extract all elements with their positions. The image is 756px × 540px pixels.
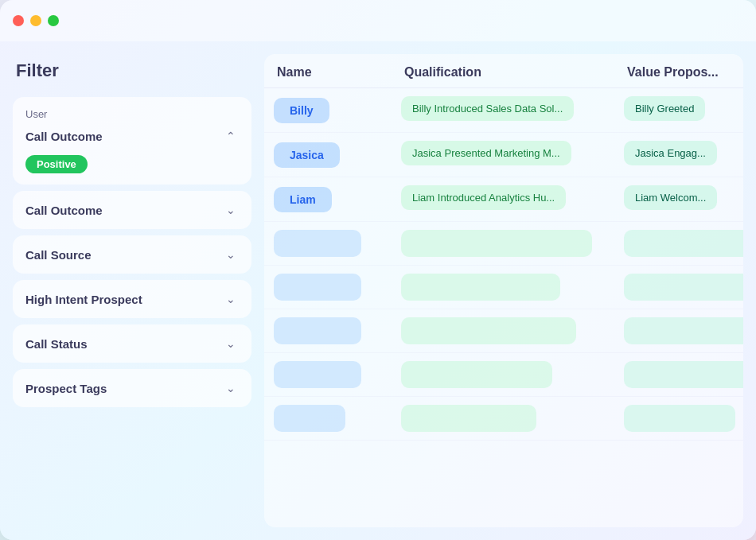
value-cell: Liam Welcom... [614, 185, 743, 213]
table-container: Name Qualification Value Propos... Billy… [264, 54, 743, 527]
sidebar-title: Filter [13, 54, 251, 91]
qual-value: Liam Introduced Analytics Hu... [401, 185, 566, 210]
minimize-dot[interactable] [30, 15, 41, 26]
qual-value: Jasica Presented Marketing M... [401, 141, 571, 165]
chevron-down-icon-3: ⌄ [223, 291, 239, 307]
call-outcome-label: Call Outcome [25, 204, 103, 217]
col-qual-header: Qualification [392, 65, 614, 80]
name-cell: Billy [264, 98, 392, 123]
chevron-down-icon: ⌄ [223, 202, 239, 218]
prospect-tags-label: Prospect Tags [25, 382, 107, 395]
chevron-down-icon-5: ⌄ [223, 380, 239, 396]
table-body: Billy Billy Introduced Sales Data Sol...… [264, 88, 743, 441]
qual-cell: Liam Introduced Analytics Hu... [392, 185, 614, 213]
title-bar [0, 0, 756, 41]
maximize-dot[interactable] [48, 15, 59, 26]
skeleton-row [264, 266, 743, 309]
qual-cell: Jasica Presented Marketing M... [392, 141, 614, 169]
name-value[interactable]: Billy [274, 98, 329, 123]
call-outcome-expanded-label: Call Outcome [25, 130, 103, 143]
high-intent-label: High Intent Prospect [25, 293, 142, 306]
skeleton-row [264, 353, 743, 397]
skeleton-row [264, 397, 743, 441]
name-value[interactable]: Liam [274, 187, 332, 212]
table-header: Name Qualification Value Propos... [264, 54, 743, 88]
app-window: Filter User Call Outcome ⌃ Positive Call… [0, 0, 756, 540]
call-status-label: Call Status [25, 337, 88, 351]
value-value: Jasica Engag... [624, 141, 717, 165]
value-value: Liam Welcom... [624, 185, 717, 210]
col-name-header: Name [264, 65, 392, 80]
skeleton-row [264, 222, 743, 266]
call-status-filter[interactable]: Call Status ⌄ [13, 324, 251, 363]
positive-tag[interactable]: Positive [25, 155, 88, 173]
call-source-label: Call Source [25, 248, 92, 262]
user-filter-section: User Call Outcome ⌃ Positive [13, 97, 251, 185]
chevron-up-icon: ⌃ [223, 128, 239, 144]
chevron-down-icon-2: ⌄ [223, 247, 239, 262]
main-content: Filter User Call Outcome ⌃ Positive Call… [0, 41, 756, 540]
high-intent-filter[interactable]: High Intent Prospect ⌄ [13, 280, 251, 318]
sidebar: Filter User Call Outcome ⌃ Positive Call… [13, 54, 251, 527]
user-filter-label: User [25, 108, 239, 120]
prospect-tags-filter[interactable]: Prospect Tags ⌄ [13, 369, 251, 407]
qual-value: Billy Introduced Sales Data Sol... [401, 96, 574, 121]
call-outcome-filter[interactable]: Call Outcome ⌄ [13, 191, 251, 229]
col-value-header: Value Propos... [614, 65, 743, 80]
value-cell: Billy Greeted [614, 96, 743, 124]
table-row: Jasica Jasica Presented Marketing M... J… [264, 133, 743, 177]
value-cell: Jasica Engag... [614, 141, 743, 169]
name-value[interactable]: Jasica [274, 142, 340, 168]
call-outcome-expanded-row[interactable]: Call Outcome ⌃ [25, 128, 239, 144]
name-cell: Liam [264, 187, 392, 212]
value-value: Billy Greeted [624, 96, 705, 121]
skeleton-row [264, 309, 743, 353]
table-row: Billy Billy Introduced Sales Data Sol...… [264, 88, 743, 133]
main-table-area: Name Qualification Value Propos... Billy… [264, 54, 743, 527]
chevron-down-icon-4: ⌄ [223, 336, 239, 352]
table-row: Liam Liam Introduced Analytics Hu... Lia… [264, 177, 743, 222]
qual-cell: Billy Introduced Sales Data Sol... [392, 96, 614, 124]
close-dot[interactable] [13, 15, 24, 26]
call-source-filter[interactable]: Call Source ⌄ [13, 235, 251, 274]
name-cell: Jasica [264, 142, 392, 168]
